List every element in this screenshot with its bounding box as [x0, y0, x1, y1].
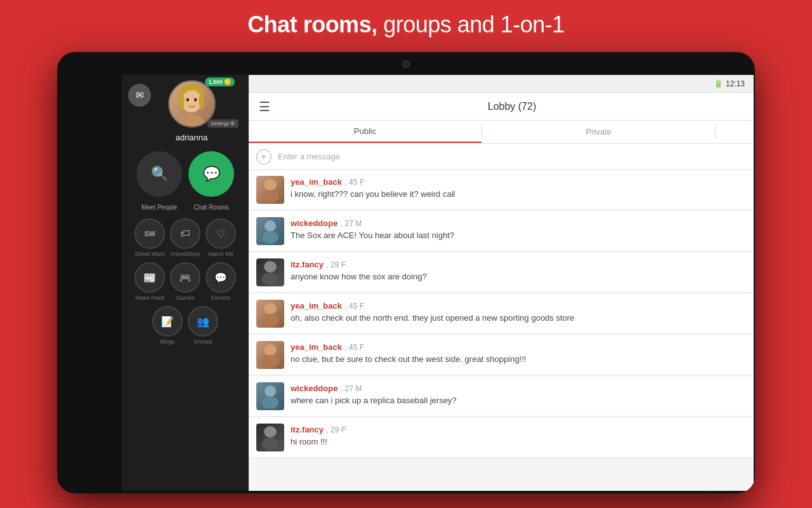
- msg-meta: , 29 F: [326, 425, 346, 434]
- friend-shop-icon: 🏷: [180, 228, 190, 239]
- tab-public[interactable]: Public: [249, 121, 481, 143]
- forums-label: Forums: [211, 295, 231, 301]
- news-feed-button[interactable]: 📰: [134, 262, 165, 293]
- news-feed-wrap: 📰 News Feed: [134, 262, 165, 301]
- msg-content: itz.fancy , 29 F hi room !!!: [291, 424, 346, 451]
- svg-point-11: [262, 231, 278, 244]
- battery-icon: 🔋: [714, 79, 723, 88]
- games-icon: 🎮: [179, 272, 192, 284]
- msg-username: yea_im_back: [291, 342, 342, 352]
- chat-header: ☰ Lobby (72): [249, 93, 754, 121]
- msg-username: yea_im_back: [291, 177, 342, 187]
- match-me-label: Match Me: [208, 251, 233, 257]
- coins-badge: 1,500 🟡: [205, 77, 234, 86]
- msg-content: yea_im_back , 45 F oh, also check out th…: [291, 300, 574, 328]
- add-attachment-button[interactable]: +: [256, 149, 272, 164]
- msg-text: anyone know how the sox are doing?: [291, 272, 427, 281]
- svg-point-17: [261, 355, 279, 368]
- groups-label: Groups: [193, 338, 213, 345]
- mail-button[interactable]: ✉: [128, 84, 151, 107]
- news-feed-icon: 📰: [143, 272, 156, 284]
- svg-point-6: [179, 93, 185, 109]
- message-item: wickeddope , 27 M where can i pick up a …: [249, 377, 754, 417]
- groups-wrap: 👥 Groups: [188, 306, 218, 345]
- avatar: [256, 176, 284, 204]
- friend-shop-wrap: 🏷 FriendShop: [170, 218, 200, 257]
- msg-meta: , 45 F: [344, 302, 364, 311]
- svg-point-8: [264, 179, 277, 190]
- small-buttons-row-2: 📰 News Feed 🎮 Games 💬 Forums: [134, 262, 236, 301]
- svg-point-7: [199, 93, 204, 109]
- blogs-button[interactable]: 📝: [152, 306, 183, 337]
- small-buttons-row-3: 📝 Blogs 👥 Groups: [152, 306, 218, 345]
- page-title: Chat rooms, groups and 1-on-1: [0, 0, 812, 44]
- street-wars-label: Street Wars: [134, 251, 164, 257]
- camera: [402, 60, 410, 68]
- svg-point-9: [261, 190, 279, 203]
- meet-people-icon: 🔍: [151, 166, 168, 182]
- games-button[interactable]: 🎮: [170, 262, 200, 293]
- chat-rooms-button[interactable]: 💬: [188, 151, 234, 197]
- svg-point-13: [262, 272, 278, 285]
- msg-meta: , 45 F: [344, 343, 364, 352]
- tablet-outer: ✉: [57, 52, 755, 493]
- big-buttons-row: 🔍 💬: [136, 151, 234, 197]
- svg-point-3: [187, 98, 189, 101]
- profile-area: 1,500 🟡 Settings ⚙ adrianna: [168, 80, 216, 142]
- forums-button[interactable]: 💬: [206, 262, 236, 293]
- hamburger-button[interactable]: ☰: [259, 99, 270, 114]
- status-time: 12:13: [726, 79, 745, 88]
- avatar: [256, 424, 284, 451]
- games-wrap: 🎮 Games: [170, 262, 200, 301]
- street-wars-wrap: SW Street Wars: [134, 218, 165, 257]
- message-input-bar: + Enter a message: [249, 144, 754, 170]
- chat-rooms-icon: 💬: [203, 166, 220, 182]
- svg-point-16: [264, 344, 277, 356]
- chat-main: 🔋 12:13 ☰ Lobby (72) Public Private: [249, 75, 754, 491]
- match-me-wrap: ♡ Match Me: [206, 218, 236, 257]
- msg-content: yea_im_back , 45 F no clue, but be sure …: [291, 341, 526, 369]
- games-label: Games: [176, 295, 194, 301]
- message-item: yea_im_back , 45 F oh, also check out th…: [249, 294, 754, 334]
- blogs-label: Blogs: [160, 338, 175, 345]
- svg-point-20: [264, 426, 277, 438]
- small-buttons-row-1: SW Street Wars 🏷 FriendShop ♡ Match Me: [134, 218, 236, 257]
- msg-meta: , 27 M: [341, 384, 362, 393]
- avatar: [256, 382, 284, 410]
- title-rest: groups and 1-on-1: [377, 11, 565, 37]
- msg-text: hi room !!!: [291, 437, 346, 446]
- msg-text: The Sox are ACE! You hear about last nig…: [291, 231, 454, 240]
- settings-badge[interactable]: Settings ⚙: [207, 119, 238, 128]
- tab-private[interactable]: Private: [482, 121, 715, 143]
- forums-wrap: 💬 Forums: [206, 262, 236, 301]
- chat-rooms-label: Chat Rooms: [193, 204, 229, 211]
- svg-point-10: [265, 220, 276, 232]
- street-wars-button[interactable]: SW: [134, 218, 165, 249]
- meet-people-button[interactable]: 🔍: [136, 151, 182, 197]
- svg-point-2: [181, 90, 202, 112]
- svg-point-4: [194, 98, 197, 101]
- friend-shop-button[interactable]: 🏷: [170, 218, 200, 249]
- svg-point-14: [264, 303, 277, 314]
- message-item: yea_im_back , 45 F i know, right??? can …: [249, 170, 754, 210]
- msg-meta: , 29 F: [326, 260, 346, 269]
- tab-extra[interactable]: [716, 121, 754, 143]
- svg-point-18: [265, 385, 276, 397]
- message-item: itz.fancy , 29 F hi room !!!: [249, 418, 754, 458]
- svg-point-19: [262, 396, 278, 409]
- message-input[interactable]: Enter a message: [278, 152, 746, 161]
- avatar: [256, 341, 284, 369]
- svg-point-12: [264, 261, 277, 272]
- msg-meta: , 45 F: [344, 178, 364, 187]
- message-item: itz.fancy , 29 F anyone know how the sox…: [249, 253, 754, 293]
- blogs-icon: 📝: [161, 316, 174, 328]
- svg-point-15: [261, 314, 279, 326]
- msg-text: i know, right??? can you believe it? wei…: [291, 189, 455, 199]
- msg-content: itz.fancy , 29 F anyone know how the sox…: [291, 258, 427, 286]
- msg-username: wickeddope: [291, 218, 337, 228]
- msg-text: no clue, but be sure to check out the we…: [291, 354, 526, 364]
- groups-button[interactable]: 👥: [188, 306, 218, 337]
- match-me-button[interactable]: ♡: [206, 218, 236, 249]
- title-bold: Chat rooms,: [247, 11, 377, 37]
- username-label: adrianna: [176, 133, 208, 142]
